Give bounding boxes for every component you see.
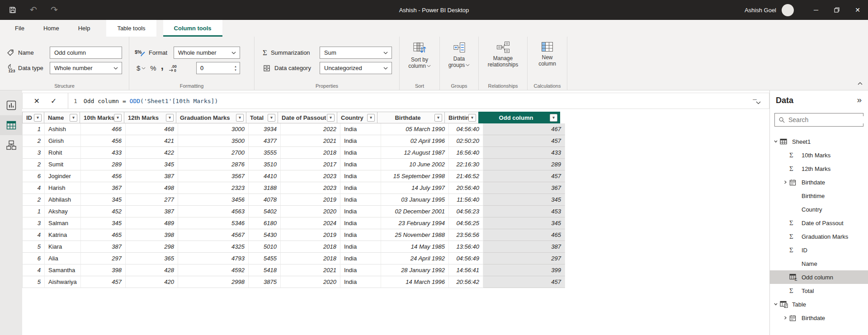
- cell-id[interactable]: 2: [23, 159, 45, 170]
- filter-button[interactable]: ▾: [327, 114, 335, 122]
- cell-10th-marks[interactable]: 452: [81, 206, 126, 217]
- decimal-places-stepper[interactable]: ▴▾: [196, 62, 240, 74]
- cell-date-of-passout[interactable]: 2019: [281, 229, 340, 241]
- cell-10th-marks[interactable]: 456: [81, 170, 126, 182]
- cell-graduation-marks[interactable]: 4567: [178, 229, 249, 241]
- cell-birthdate[interactable]: 02 April 1996: [381, 135, 449, 147]
- undo-icon[interactable]: ↶: [29, 5, 38, 14]
- field-item-table[interactable]: Table: [770, 297, 868, 311]
- table-row[interactable]: 1Akshay452387456354022020India02 Decembe…: [22, 206, 565, 217]
- cell-name[interactable]: Salman: [45, 217, 81, 229]
- column-header-total[interactable]: Total▾: [246, 112, 278, 123]
- search-input[interactable]: [788, 116, 868, 123]
- summarization-dropdown[interactable]: Sum: [320, 47, 392, 59]
- field-item-total[interactable]: ΣTotal: [770, 284, 868, 297]
- cell-id[interactable]: 2: [23, 135, 45, 147]
- field-item-odd-column[interactable]: ΣOdd column: [770, 270, 868, 284]
- cell-country[interactable]: India: [340, 217, 381, 229]
- cell-odd-column[interactable]: 465: [483, 229, 565, 241]
- cell-date-of-passout[interactable]: 2019: [281, 194, 340, 206]
- model-view-button[interactable]: [0, 135, 22, 155]
- cell-id[interactable]: 4: [23, 264, 45, 276]
- cell-10th-marks[interactable]: 457: [81, 276, 126, 288]
- cell-birthdate[interactable]: 24 April 1992: [381, 253, 449, 264]
- cell-id[interactable]: 4: [23, 229, 45, 241]
- field-item-sheet1[interactable]: Sheet1: [770, 135, 868, 148]
- cell-12th-marks[interactable]: 428: [126, 264, 178, 276]
- new-column-button[interactable]: New column: [528, 41, 567, 67]
- cell-country[interactable]: India: [340, 182, 381, 194]
- cell-12th-marks[interactable]: 422: [126, 147, 178, 159]
- cell-birthtime[interactable]: 20:56:42: [449, 276, 483, 288]
- cell-total[interactable]: 4377: [249, 135, 281, 147]
- cell-10th-marks[interactable]: 289: [81, 159, 126, 170]
- cell-total[interactable]: 5402: [249, 206, 281, 217]
- field-item-birthdate[interactable]: Birthdate: [770, 311, 868, 325]
- cell-odd-column[interactable]: 387: [483, 241, 565, 253]
- filter-button[interactable]: ▾: [468, 114, 476, 122]
- dax-expression[interactable]: 1Odd column = ODD('Sheet1'[10th Marks]): [68, 98, 218, 104]
- cell-birthdate[interactable]: 03 January 1995: [381, 194, 449, 206]
- cell-10th-marks[interactable]: 345: [81, 194, 126, 206]
- cell-date-of-passout[interactable]: 2023: [281, 170, 340, 182]
- cell-total[interactable]: 3555: [249, 147, 281, 159]
- cell-birthtime[interactable]: 22:16:30: [449, 159, 483, 170]
- cell-odd-column[interactable]: 467: [483, 123, 565, 135]
- cell-odd-column[interactable]: 367: [483, 182, 565, 194]
- cell-10th-marks[interactable]: 297: [81, 253, 126, 264]
- cell-12th-marks[interactable]: 387: [126, 170, 178, 182]
- cell-birthdate[interactable]: 28 January 1992: [381, 264, 449, 276]
- table-row[interactable]: 5Kiara387298432550102018India14 May 1985…: [22, 241, 565, 253]
- cell-total[interactable]: 4078: [249, 194, 281, 206]
- field-item-10th-marks[interactable]: Σ10th Marks: [770, 148, 868, 162]
- tab-file[interactable]: File: [5, 20, 34, 37]
- cell-12th-marks[interactable]: 345: [126, 159, 178, 170]
- filter-button[interactable]: ▾: [236, 114, 244, 122]
- cell-id[interactable]: 2: [23, 194, 45, 206]
- collapse-pane-icon[interactable]: »: [857, 95, 862, 105]
- column-header-graduation-marks[interactable]: Graduation Marks▾: [176, 112, 246, 123]
- cell-odd-column[interactable]: 457: [483, 276, 565, 288]
- column-header-name[interactable]: Name▾: [44, 112, 80, 123]
- column-header-birthtime[interactable]: Birthtime▾: [444, 112, 479, 123]
- cell-total[interactable]: 5430: [249, 229, 281, 241]
- cell-birthtime[interactable]: 14:56:41: [449, 264, 483, 276]
- cell-total[interactable]: 3875: [249, 276, 281, 288]
- cell-date-of-passout[interactable]: 2023: [281, 182, 340, 194]
- cell-total[interactable]: 3510: [249, 159, 281, 170]
- formula-bar-resize-handle[interactable]: ─: [753, 98, 757, 101]
- tab-home[interactable]: Home: [34, 20, 69, 37]
- cell-birthdate[interactable]: 10 June 2002: [381, 159, 449, 170]
- filter-button[interactable]: ▾: [166, 114, 174, 122]
- cell-birthtime[interactable]: 20:56:40: [449, 182, 483, 194]
- cell-graduation-marks[interactable]: 3567: [178, 170, 249, 182]
- data-type-dropdown[interactable]: Whole number: [50, 62, 122, 74]
- cell-graduation-marks[interactable]: 2876: [178, 159, 249, 170]
- cell-birthtime[interactable]: 23:56:56: [449, 229, 483, 241]
- cell-total[interactable]: 4410: [249, 170, 281, 182]
- field-item-country[interactable]: Country: [770, 203, 868, 216]
- field-item-birthdate[interactable]: Birthdate: [770, 175, 868, 189]
- cell-id[interactable]: 5: [23, 276, 45, 288]
- table-row[interactable]: 2Girish456421350043772021India02 April 1…: [22, 135, 565, 147]
- cell-odd-column[interactable]: 453: [483, 206, 565, 217]
- cell-12th-marks[interactable]: 498: [126, 182, 178, 194]
- cell-12th-marks[interactable]: 365: [126, 253, 178, 264]
- cell-country[interactable]: India: [340, 170, 381, 182]
- table-row[interactable]: 3Salman345489534661802024India23 Februar…: [22, 217, 565, 229]
- data-groups-button[interactable]: Data groups: [440, 41, 478, 68]
- table-row[interactable]: 6Alia297365479354552018India24 April 199…: [22, 253, 565, 264]
- thousands-separator-button[interactable]: ,: [161, 64, 164, 68]
- minimize-button[interactable]: ─: [806, 0, 826, 20]
- cell-id[interactable]: 1: [23, 123, 45, 135]
- cell-id[interactable]: 1: [23, 206, 45, 217]
- percent-format-button[interactable]: %: [150, 64, 156, 72]
- filter-button[interactable]: ▾: [268, 114, 275, 122]
- cell-name[interactable]: Girish: [45, 135, 81, 147]
- cell-birthtime[interactable]: 04:56:40: [449, 123, 483, 135]
- cell-10th-marks[interactable]: 398: [81, 264, 126, 276]
- cell-birthtime[interactable]: 11:56:40: [449, 194, 483, 206]
- cell-12th-marks[interactable]: 489: [126, 217, 178, 229]
- user-name[interactable]: Ashish Goel: [745, 7, 776, 14]
- cell-id[interactable]: 4: [23, 182, 45, 194]
